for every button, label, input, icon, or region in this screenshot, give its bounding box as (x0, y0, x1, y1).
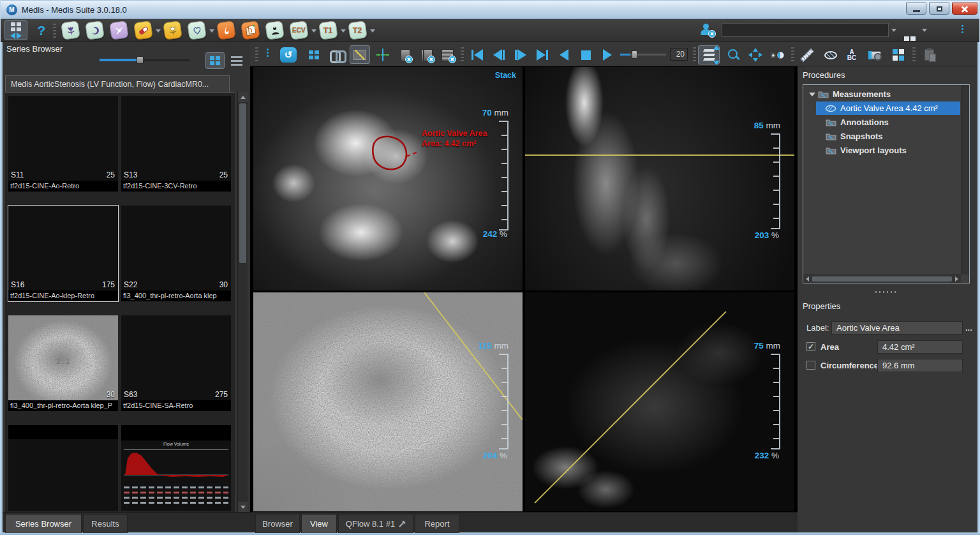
toolbar-grip[interactable] (53, 24, 56, 38)
remove-series-button[interactable] (396, 46, 415, 64)
area-checkbox[interactable]: ✓ (806, 342, 815, 351)
viewport-three-chamber[interactable]: 75 mm 232 % (525, 292, 794, 511)
toolbar-grip[interactable] (461, 47, 464, 61)
app-tulip-yellow-icon[interactable] (163, 20, 182, 40)
viewport-phase-velocity[interactable]: 115 mm 204 % (253, 292, 523, 511)
patient-combo-input[interactable] (722, 23, 889, 37)
thumbnail-size-slider[interactable] (100, 56, 190, 64)
ecv-dropdown-arrow[interactable] (311, 29, 316, 33)
area-value-field[interactable]: 4.42 cm² (877, 340, 963, 354)
app-t2-icon[interactable]: T2 (348, 20, 367, 40)
app-film-stack-icon[interactable] (241, 20, 260, 40)
label-field[interactable]: Aortic Valve Area (831, 321, 963, 335)
restore-button[interactable] (929, 3, 949, 15)
ruler-tool-button[interactable] (796, 46, 818, 64)
dataset-tab[interactable]: Medis AorticStenosis (LV Function, Flow)… (5, 75, 230, 92)
t2-dropdown-arrow[interactable] (370, 29, 375, 33)
step-forward-button[interactable] (510, 46, 531, 64)
toolbar-menu-dots[interactable] (267, 49, 269, 57)
snapshot-button[interactable] (864, 46, 886, 64)
go-first-frame-button[interactable] (467, 46, 487, 64)
series-thumbnail[interactable]: 2 . 1 30 fl3_400_thr-pl-retro-Aorta klep… (8, 315, 118, 411)
crosshair-button[interactable] (373, 46, 393, 64)
minimize-button[interactable] (906, 3, 926, 15)
help-button[interactable]: ? (33, 21, 50, 40)
paste-button[interactable] (919, 46, 939, 64)
series-thumbnail[interactable]: S22 30 fl3_400_thr-pl-retro-Aorta klep (121, 206, 231, 301)
app-ecv-icon[interactable]: ECV (289, 20, 308, 40)
viewport-candy-cane[interactable]: 85 mm 203 % (525, 67, 794, 290)
tree-item-measurements[interactable]: Measurements (804, 87, 960, 101)
tab-view[interactable]: View (301, 514, 337, 533)
zoom-button[interactable] (724, 46, 744, 64)
tab-browser[interactable]: Browser (255, 514, 300, 533)
remove-series-pair-button[interactable] (417, 46, 436, 64)
toolbar-grip[interactable] (255, 47, 258, 61)
layout-grid-button[interactable] (304, 46, 324, 64)
remove-all-series-button[interactable] (438, 46, 457, 64)
t1-dropdown-arrow[interactable] (341, 29, 346, 33)
app-person-icon[interactable] (265, 20, 284, 40)
tree-vertical-scrollbar[interactable] (961, 85, 969, 275)
scroll-right-button[interactable] (953, 275, 961, 283)
app-swirl-icon[interactable] (85, 20, 104, 40)
tree-item-snapshots[interactable]: Snapshots (804, 130, 960, 143)
scrollbar-thumb[interactable] (812, 276, 952, 282)
link-views-button[interactable] (327, 46, 347, 64)
series-thumbnail[interactable]: S13 25 tf2d15-CINE-3CV-Retro (121, 96, 231, 192)
toolbar-grip[interactable] (912, 47, 916, 61)
stack-mode-button[interactable] (698, 45, 720, 64)
scroll-down-button[interactable] (238, 502, 248, 512)
capsule-dropdown-arrow[interactable] (156, 29, 161, 33)
app-t1-icon[interactable]: T1 (318, 20, 338, 40)
overflow-menu-button[interactable] (961, 25, 963, 33)
stop-button[interactable] (575, 46, 596, 64)
toolbar-grip[interactable] (693, 47, 696, 61)
viewport-lvot[interactable]: Stack Aortic Valve Area Area: 4.42 cm² 7… (253, 67, 523, 290)
series-thumbnail[interactable]: S11 25 tf2d15-CINE-Ao-Retro (8, 96, 118, 192)
play-backward-button[interactable] (554, 46, 574, 64)
series-thumbnail[interactable] (8, 425, 118, 511)
viewport-layout-button[interactable] (888, 46, 909, 64)
scroll-up-button[interactable] (238, 92, 248, 102)
tab-report[interactable]: Report (415, 514, 459, 533)
tab-results[interactable]: Results (83, 514, 128, 533)
series-thumbnail-chart[interactable]: Flow Volume (121, 425, 231, 511)
reset-view-button[interactable]: ↺ (278, 46, 299, 64)
play-forward-button[interactable] (597, 46, 618, 64)
tree-item-viewport-layouts[interactable]: Viewport layouts (804, 144, 960, 157)
expander-icon[interactable] (809, 93, 815, 96)
frame-counter-field[interactable]: 20 (670, 48, 688, 61)
scrollbar-thumb[interactable] (239, 103, 246, 263)
circumference-value-field[interactable]: 92.6 mm (877, 359, 963, 372)
go-last-frame-button[interactable] (532, 46, 553, 64)
reference-lines-button[interactable] (350, 45, 370, 64)
series-list-scrollbar[interactable] (237, 92, 248, 512)
close-patient-icon[interactable] (700, 24, 714, 36)
app-flower-purple-icon[interactable] (109, 20, 128, 40)
series-browser-toggle-button[interactable] (4, 20, 27, 40)
text-annotation-button[interactable]: ABC (842, 45, 861, 64)
close-button[interactable] (952, 3, 977, 15)
grid-view-button[interactable] (205, 52, 225, 69)
scroll-left-button[interactable] (803, 275, 812, 283)
pan-button[interactable] (745, 46, 766, 64)
label-more-button[interactable]: ... (965, 323, 972, 333)
patient-combo-arrow[interactable] (891, 29, 896, 32)
measurement-annotation[interactable]: Aortic Valve Area Area: 4.42 cm² (422, 128, 487, 149)
series-thumbnail[interactable]: S63 275 tf2d15-CINE-SA-Retro (121, 315, 231, 411)
circumference-checkbox[interactable] (806, 361, 815, 370)
tree-horizontal-scrollbar[interactable] (803, 275, 961, 283)
list-view-button[interactable] (227, 52, 246, 69)
heart-dropdown-arrow[interactable] (209, 29, 214, 33)
tree-item-annotations[interactable]: Annotations (804, 116, 960, 129)
app-heart-teal-icon[interactable] (187, 20, 206, 40)
unpin-icon[interactable] (399, 520, 406, 527)
window-level-button[interactable]: ☀ (767, 46, 787, 64)
app-flame-orange-icon[interactable] (216, 20, 235, 40)
tree-item-aortic-valve-area[interactable]: Aortic Valve Area 4.42 cm² (816, 102, 960, 115)
app-capsule-yellow-icon[interactable] (133, 20, 152, 40)
area-measurement-button[interactable] (820, 46, 841, 64)
app-tulip-teal-icon[interactable] (61, 20, 80, 40)
step-back-button[interactable] (489, 46, 509, 64)
